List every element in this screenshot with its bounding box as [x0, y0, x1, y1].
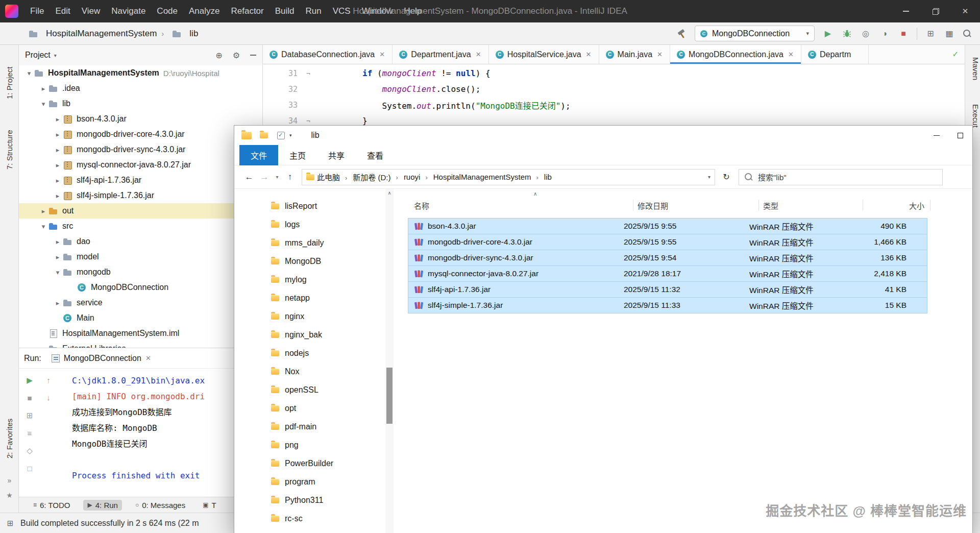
- menu-item[interactable]: Refactor: [225, 0, 269, 22]
- run-console-tab[interactable]: MongoDBConnection: [48, 352, 154, 365]
- maximize-icon[interactable]: [948, 126, 972, 145]
- forward-icon[interactable]: [257, 172, 272, 182]
- scroll-up-icon[interactable]: [385, 189, 394, 197]
- sidebar-item-favorites[interactable]: 2: Favorites: [0, 410, 18, 467]
- close-icon[interactable]: [950, 0, 980, 22]
- nav-pane-folder[interactable]: logs: [234, 215, 384, 234]
- run-config-select[interactable]: MongoDBConnection ▾: [695, 26, 815, 41]
- menu-item[interactable]: Run: [300, 0, 327, 22]
- back-icon[interactable]: [241, 172, 257, 182]
- tree-item[interactable]: bson-4.3.0.jar: [19, 111, 262, 127]
- tab-close-icon[interactable]: [657, 51, 663, 58]
- tree-expand-icon[interactable]: [38, 207, 48, 215]
- menu-item[interactable]: View: [76, 0, 106, 22]
- sidebar-item-structure[interactable]: 7: Structure: [0, 122, 18, 178]
- ribbon-tab[interactable]: 共享: [317, 145, 356, 165]
- tree-item[interactable]: mongodb: [19, 264, 262, 280]
- quick-access-check-icon[interactable]: [277, 132, 285, 139]
- scrollbar-thumb[interactable]: [386, 368, 393, 424]
- minimize-icon[interactable]: [891, 0, 921, 22]
- locate-file-icon[interactable]: [215, 51, 222, 60]
- run-gutter-icon[interactable]: ◇: [27, 446, 33, 455]
- tree-expand-icon[interactable]: [53, 299, 63, 307]
- stop-button[interactable]: [898, 28, 909, 39]
- file-row[interactable]: bson-4.3.0.jar 2025/9/15 9:55 WinRAR 压缩文…: [408, 218, 927, 234]
- column-header-name[interactable]: 名称: [410, 197, 633, 213]
- tree-item[interactable]: mongodb-driver-core-4.3.0.jar: [19, 127, 262, 142]
- nav-pane-folder[interactable]: lisReport: [234, 197, 384, 215]
- editor-tab[interactable]: MongoDBConnection.java: [670, 45, 801, 64]
- ribbon-tab[interactable]: 文件: [239, 145, 278, 165]
- run-gutter-icon[interactable]: ≡: [28, 429, 32, 438]
- tree-item[interactable]: HospitalManagementSystem D:\ruoyi\Hospit…: [19, 65, 262, 81]
- nav-pane-folder[interactable]: openSSL: [234, 381, 384, 399]
- nav-pane-folder[interactable]: mms_daily: [234, 234, 384, 252]
- nav-pane-folder[interactable]: PowerBuilder: [234, 454, 384, 473]
- refresh-icon[interactable]: [718, 172, 734, 182]
- tool-window-button[interactable]: ≡ 6: TODO: [29, 500, 74, 511]
- tab-close-icon[interactable]: [586, 51, 592, 58]
- address-crumb[interactable]: HospitalManagementSystem: [423, 173, 533, 181]
- nav-pane-folder[interactable]: program: [234, 473, 384, 491]
- nav-pane-folder[interactable]: mylog: [234, 271, 384, 289]
- nav-pane-folder[interactable]: nginx_bak: [234, 326, 384, 344]
- tree-item[interactable]: service: [19, 295, 262, 310]
- menu-item[interactable]: Analyze: [183, 0, 225, 22]
- tree-expand-icon[interactable]: [38, 223, 48, 230]
- tool-window-button[interactable]: ○ 0: Messages: [131, 500, 189, 511]
- layout-grid-icon[interactable]: [925, 28, 936, 39]
- nav-pane-folder[interactable]: netapp: [234, 289, 384, 307]
- tab-close-icon[interactable]: [145, 354, 151, 362]
- explorer-search-box[interactable]: 搜索"lib": [739, 169, 943, 185]
- file-row[interactable]: mysql-connector-java-8.0.27.jar 2021/9/2…: [408, 265, 927, 282]
- tree-expand-icon[interactable]: [24, 69, 34, 77]
- tool-windows-icon[interactable]: [944, 28, 955, 39]
- tree-expand-icon[interactable]: [53, 192, 63, 200]
- menu-item[interactable]: VCS: [327, 0, 356, 22]
- tree-item[interactable]: HospitalManagementSystem.iml: [19, 326, 262, 341]
- tree-expand-icon[interactable]: [53, 177, 63, 184]
- tree-item[interactable]: out: [19, 203, 262, 219]
- menu-item[interactable]: Build: [270, 0, 300, 22]
- column-header-date[interactable]: 修改日期: [633, 197, 759, 213]
- menu-item[interactable]: Navigate: [106, 0, 151, 22]
- run-gutter-icon[interactable]: ↓: [46, 393, 51, 402]
- profiler-button[interactable]: [879, 28, 890, 39]
- menu-item[interactable]: Edit: [50, 0, 76, 22]
- tree-item[interactable]: MongoDBConnection: [19, 280, 262, 295]
- column-header-type[interactable]: 类型: [759, 197, 863, 213]
- tab-close-icon[interactable]: [379, 51, 385, 58]
- tree-expand-icon[interactable]: [53, 146, 63, 154]
- minimize-icon[interactable]: [924, 126, 948, 145]
- chevron-down-icon[interactable]: [289, 133, 292, 138]
- file-row[interactable]: mongodb-driver-sync-4.3.0.jar 2025/9/15 …: [408, 250, 927, 266]
- chevron-down-icon[interactable]: ▾: [54, 53, 57, 58]
- project-panel-title[interactable]: Project: [25, 51, 51, 60]
- tree-item[interactable]: src: [19, 219, 262, 234]
- editor-tab[interactable]: Department.java: [393, 45, 488, 64]
- up-icon[interactable]: [282, 172, 298, 182]
- tree-item[interactable]: dao: [19, 234, 262, 249]
- recent-locations-icon[interactable]: [272, 174, 282, 180]
- search-icon[interactable]: [963, 29, 972, 38]
- star-icon[interactable]: [0, 491, 19, 499]
- tree-expand-icon[interactable]: [53, 131, 63, 138]
- nav-pane-folder[interactable]: Python311: [234, 491, 384, 510]
- tree-item[interactable]: External Libraries: [19, 341, 262, 348]
- tree-expand-icon[interactable]: [53, 269, 63, 276]
- tool-switcher-icon[interactable]: [0, 519, 20, 528]
- run-gutter-icon[interactable]: ■: [27, 394, 32, 402]
- quick-access-folder-icon[interactable]: [260, 132, 268, 138]
- tree-item[interactable]: lib: [19, 96, 262, 111]
- nav-pane-folder[interactable]: png: [234, 436, 384, 454]
- ribbon-tab[interactable]: 主页: [278, 145, 317, 165]
- build-hammer-icon[interactable]: [677, 29, 687, 39]
- tree-item[interactable]: mysql-connector-java-8.0.27.jar: [19, 157, 262, 173]
- tool-window-button[interactable]: ▶ 4: Run: [83, 500, 121, 511]
- editor-tab[interactable]: Departm: [801, 45, 869, 64]
- tree-item[interactable]: .idea: [19, 81, 262, 96]
- editor-tab[interactable]: Main.java: [599, 45, 670, 64]
- run-gutter-icon[interactable]: ⊞: [27, 411, 33, 420]
- tab-close-icon[interactable]: [476, 51, 482, 58]
- nav-pane-folder[interactable]: nginx: [234, 307, 384, 326]
